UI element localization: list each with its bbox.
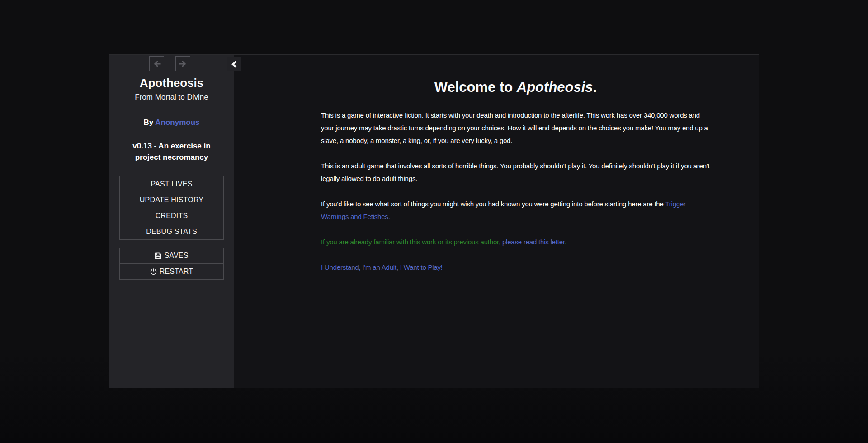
game-subtitle: From Mortal to Divine (109, 93, 234, 101)
session-menu: SAVES RESTART (119, 248, 224, 280)
history-nav (109, 56, 234, 71)
byline: By Anonymous (109, 118, 234, 127)
power-icon (150, 268, 157, 275)
passage: Welcome to Apotheosis. This is a game of… (321, 55, 710, 274)
passage-text: This is an adult game that involves all … (321, 162, 710, 182)
byline-prefix: By (143, 118, 155, 127)
debug-stats-label: DEBUG STATS (146, 228, 197, 236)
passage-paragraph: This is a game of interactive fiction. I… (321, 109, 710, 147)
arrow-left-icon (153, 60, 161, 68)
saves-button[interactable]: SAVES (119, 248, 224, 264)
passage-green-text: . (565, 238, 566, 246)
arrow-right-icon (179, 60, 187, 68)
passage-paragraphs: This is a game of interactive fiction. I… (321, 109, 710, 274)
passage-text: This is a game of interactive fiction. I… (321, 111, 708, 144)
sidebar-collapse-button[interactable] (227, 57, 241, 71)
save-icon (155, 252, 161, 259)
sidebar: Apotheosis From Mortal to Divine By Anon… (109, 55, 234, 388)
passage-paragraph: This is an adult game that involves all … (321, 160, 710, 185)
passage-link[interactable]: I Understand, I'm an Adult, I Want to Pl… (321, 263, 443, 271)
heading-suffix: . (593, 79, 597, 95)
credits-label: CREDITS (156, 212, 188, 220)
history-back-button[interactable] (149, 56, 164, 71)
passage-text: If you'd like to see what sort of things… (321, 200, 665, 208)
passage-link[interactable]: please read this letter (502, 238, 565, 246)
saves-label: SAVES (164, 252, 188, 260)
page-background: { "colors": { "link": "#5468c8", "green"… (0, 0, 868, 443)
version-note: v0.13 - An exercise in project necromanc… (109, 140, 234, 163)
heading-prefix: Welcome to (434, 79, 517, 95)
heading-title-italic: Apotheosis (517, 79, 593, 95)
chevron-left-icon (231, 61, 237, 68)
past-lives-label: PAST LIVES (151, 180, 192, 188)
game-title: Apotheosis (109, 76, 234, 90)
past-lives-button[interactable]: PAST LIVES (119, 176, 224, 192)
passage-green-text: If you are already familiar with this wo… (321, 238, 502, 246)
passage-paragraph: I Understand, I'm an Adult, I Want to Pl… (321, 261, 710, 274)
debug-stats-button[interactable]: DEBUG STATS (119, 224, 224, 240)
credits-button[interactable]: CREDITS (119, 208, 224, 224)
passage-paragraph: If you'd like to see what sort of things… (321, 198, 710, 223)
passage-paragraph: If you are already familiar with this wo… (321, 236, 710, 248)
story-area: Welcome to Apotheosis. This is a game of… (234, 55, 759, 388)
game-window: Apotheosis From Mortal to Divine By Anon… (109, 54, 759, 388)
passage-heading: Welcome to Apotheosis. (321, 79, 710, 95)
update-history-label: UPDATE HISTORY (140, 196, 204, 204)
restart-button[interactable]: RESTART (119, 263, 224, 280)
sidebar-menu: PAST LIVES UPDATE HISTORY CREDITS DEBUG … (119, 176, 224, 240)
author-link[interactable]: Anonymous (155, 118, 199, 127)
history-forward-button[interactable] (175, 56, 190, 71)
restart-label: RESTART (160, 267, 193, 276)
update-history-button[interactable]: UPDATE HISTORY (119, 192, 224, 208)
